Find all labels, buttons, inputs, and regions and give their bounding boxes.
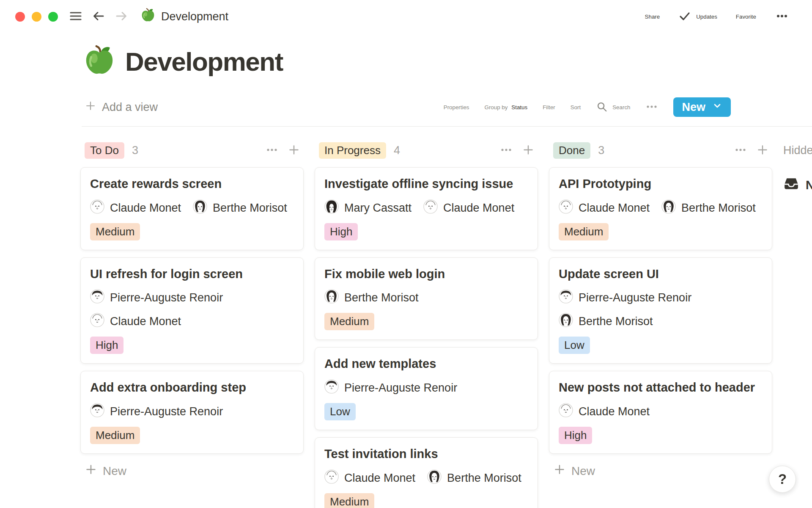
priority-badge: High [559,427,592,444]
search-icon [596,101,608,114]
card-title: Test invitation links [324,446,528,462]
column-header: In Progress4 [315,141,538,160]
assignee-name: Berthe Morisot [447,472,521,485]
sort-button[interactable]: Sort [571,104,581,110]
group-by-label: Group by [485,104,508,110]
properties-button[interactable]: Properties [444,104,469,110]
hidden-columns-label[interactable]: Hidden [783,141,812,160]
favorite-button[interactable]: Favorite [736,14,756,20]
column-add-card-button[interactable] [756,144,769,157]
assignee: Berthe Morisot [559,313,653,330]
more-options-button[interactable] [775,9,789,25]
assignee: Claude Monet [423,199,514,217]
assignee: Berthe Morisot [427,469,521,487]
check-icon [678,10,691,24]
add-card-button[interactable]: New [549,463,595,479]
assignee: Berthe Morisot [193,199,287,217]
window-titlebar: Development Share Updates Favorite [0,0,812,33]
back-button[interactable] [91,8,106,25]
ellipsis-icon [500,144,513,157]
column-more-button[interactable] [500,144,513,157]
priority-badge: Medium [559,223,609,240]
kanban-card[interactable]: New posts not attached to headerClaude M… [549,371,772,454]
plus-icon [85,463,97,479]
assignee: Claude Monet [324,469,415,487]
column-more-button[interactable] [734,144,747,157]
column-header: To Do3 [80,141,304,160]
priority-badge: Medium [324,313,374,330]
column-status-badge: In Progress [319,142,386,159]
avatar [193,199,207,217]
column-header: Done3 [549,141,772,160]
breadcrumb[interactable]: Development [141,8,228,25]
avatar [661,199,676,217]
assignee: Pierre-Auguste Renoir [90,403,223,420]
hidden-group-no-status[interactable]: N [783,176,812,195]
avatar [559,313,573,330]
kanban-card[interactable]: Fix mobile web loginBerthe MorisotMedium [315,257,538,340]
kanban-card[interactable]: API PrototypingClaude MonetBerthe Moriso… [549,167,772,250]
minimize-window-button[interactable] [32,12,41,22]
kanban-card[interactable]: UI refresh for login screenPierre-August… [80,257,304,364]
column-header-actions [734,144,769,157]
zoom-window-button[interactable] [48,12,58,22]
search-button[interactable]: Search [596,101,630,114]
close-window-button[interactable] [15,12,25,22]
card-title: Add new templates [324,356,528,372]
plus-icon [85,100,96,115]
hidden-group-label: N [806,178,812,192]
assignee: Claude Monet [559,403,650,420]
ellipsis-icon [645,100,658,114]
kanban-card[interactable]: Add extra onboarding stepPierre-Auguste … [80,371,304,454]
sidebar-toggle-button[interactable] [68,8,83,25]
kanban-board: To Do3Create rewards screenClaude MonetB… [80,141,812,508]
card-title: Create rewards screen [90,176,294,192]
avatar [324,199,339,217]
ellipsis-icon [734,144,747,157]
priority-badge: Low [559,337,590,354]
priority-badge: High [324,223,358,240]
group-by-value: Status [511,104,527,110]
filter-button[interactable]: Filter [543,104,555,110]
help-button[interactable]: ? [769,466,796,493]
assignee: Claude Monet [90,313,181,330]
avatar [90,289,104,306]
forward-arrow-icon [114,8,129,25]
share-button[interactable]: Share [645,14,660,20]
avatar [324,379,339,397]
divider [82,126,812,127]
page-emoji-icon[interactable] [84,45,115,78]
card-assignees: Mary CassattClaude Monet [324,199,528,217]
avatar [90,403,104,420]
kanban-card[interactable]: Investigate offline syncing issueMary Ca… [315,167,538,250]
kanban-card[interactable]: Update screen UIPierre-Auguste RenoirBer… [549,257,772,364]
assignee: Pierre-Auguste Renoir [90,289,223,306]
updates-button[interactable]: Updates [678,10,717,24]
view-toolbar: Add a view Properties Group byStatus Fil… [85,97,731,117]
kanban-card[interactable]: Create rewards screenClaude MonetBerthe … [80,167,304,250]
column-add-card-button[interactable] [288,144,300,157]
new-button[interactable]: New [673,97,731,117]
card-assignees: Claude Monet [559,403,763,420]
view-more-button[interactable] [645,100,658,114]
avatar [90,199,104,217]
chevron-down-icon [712,101,722,114]
avatar [559,199,573,217]
column-add-card-button[interactable] [522,144,535,157]
card-title: Add extra onboarding step [90,380,294,396]
card-assignees: Pierre-Auguste RenoirClaude Monet [90,289,294,330]
add-view-button[interactable]: Add a view [85,100,158,115]
add-card-button[interactable]: New [80,463,126,479]
avatar [559,289,573,306]
column-more-button[interactable] [266,144,278,157]
ellipsis-icon [775,9,789,25]
group-by-button[interactable]: Group byStatus [485,104,528,110]
kanban-card[interactable]: Test invitation linksClaude MonetBerthe … [315,437,538,508]
add-card-label: New [571,464,595,478]
inbox-icon [783,176,799,195]
forward-button[interactable] [114,8,129,25]
assignee-name: Pierre-Auguste Renoir [110,405,223,418]
card-assignees: Pierre-Auguste RenoirBerthe Morisot [559,289,763,330]
priority-badge: High [90,337,123,354]
kanban-card[interactable]: Add new templatesPierre-Auguste RenoirLo… [315,347,538,430]
